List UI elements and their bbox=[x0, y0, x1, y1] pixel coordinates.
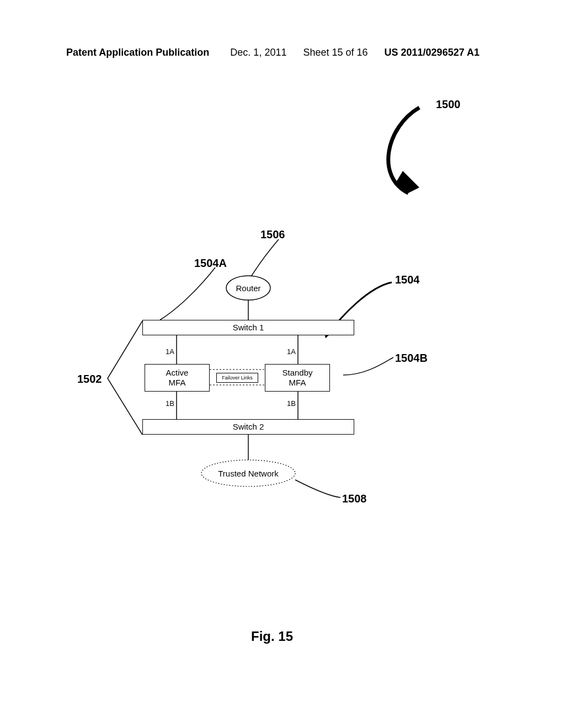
ref-1504: 1504 bbox=[395, 274, 420, 286]
ref-1502: 1502 bbox=[77, 373, 102, 386]
router-label: Router bbox=[236, 283, 260, 293]
switch2-label: Switch 2 bbox=[233, 422, 264, 432]
trusted-network-node: Trusted Network bbox=[201, 467, 295, 480]
ref-1506: 1506 bbox=[260, 228, 285, 241]
port-1a-right: 1A bbox=[287, 347, 296, 356]
svg-marker-0 bbox=[395, 171, 419, 193]
failover-links-box: Failover Links bbox=[216, 373, 258, 383]
standby-mfa-label: Standby MFA bbox=[282, 368, 312, 388]
switch1-label: Switch 1 bbox=[233, 323, 264, 333]
ref-1508: 1508 bbox=[342, 493, 367, 505]
port-1a-left: 1A bbox=[166, 347, 174, 356]
switch2-box: Switch 2 bbox=[142, 419, 354, 435]
ref-1504B: 1504B bbox=[395, 352, 428, 365]
switch1-box: Switch 1 bbox=[142, 320, 354, 335]
failover-links-label: Failover Links bbox=[222, 375, 253, 381]
port-1b-right: 1B bbox=[287, 399, 296, 408]
active-mfa-box: Active MFA bbox=[145, 364, 210, 392]
router-node: Router bbox=[226, 281, 270, 295]
figure-caption: Fig. 15 bbox=[251, 629, 293, 644]
trusted-network-label: Trusted Network bbox=[218, 469, 278, 478]
port-1b-left: 1B bbox=[166, 399, 174, 408]
active-mfa-label: Active MFA bbox=[166, 368, 189, 388]
diagram-area: Router Switch 1 Active MFA Failover Link… bbox=[0, 0, 565, 728]
standby-mfa-box: Standby MFA bbox=[265, 364, 330, 392]
ref-1504A: 1504A bbox=[194, 257, 227, 270]
ref-1500: 1500 bbox=[436, 98, 461, 111]
